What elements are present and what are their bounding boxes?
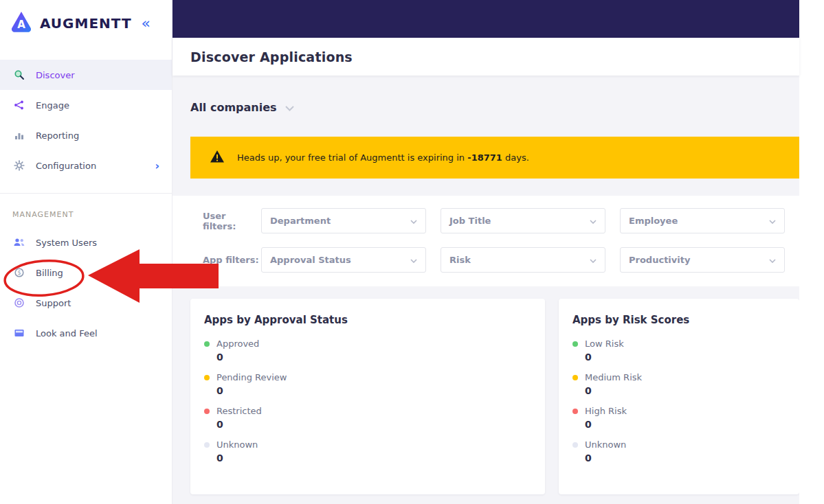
legend-value: 0 — [585, 352, 786, 363]
sidebar-item-label: Reporting — [36, 130, 79, 141]
trial-days-remaining: -18771 — [467, 152, 502, 163]
legend-value: 0 — [216, 352, 531, 363]
sidebar-item-label: Engage — [36, 100, 69, 111]
chevron-down-icon — [769, 216, 776, 226]
chevron-down-icon — [769, 255, 776, 265]
status-dot — [204, 442, 210, 448]
theme-image-icon — [12, 328, 26, 339]
summary-cards-row: Apps by Approval Status Approved 0 Pendi… — [172, 286, 799, 494]
select-placeholder: Risk — [449, 255, 471, 265]
legend-label: Restricted — [216, 406, 262, 416]
legend-item-unknown: Unknown 0 — [204, 439, 531, 463]
primary-nav: Discover Engage — [0, 60, 172, 181]
sidebar-item-label: Support — [36, 298, 71, 308]
app-window: A AUGMENTT « Discover — [0, 0, 824, 504]
chevron-down-icon — [410, 255, 417, 265]
search-icon — [12, 69, 26, 80]
sidebar-item-engage[interactable]: Engage — [0, 90, 172, 120]
svg-text:$: $ — [17, 270, 21, 276]
sidebar-item-discover[interactable]: Discover — [0, 60, 172, 90]
warning-triangle-icon — [210, 150, 225, 166]
productivity-select[interactable]: Productivity — [620, 247, 785, 273]
sidebar-item-system-users[interactable]: System Users — [0, 227, 172, 257]
sidebar-item-label: Billing — [36, 268, 63, 278]
card-title: Apps by Risk Scores — [572, 314, 786, 326]
legend-item-unknown: Unknown 0 — [572, 439, 786, 463]
support-lifebuoy-icon — [12, 297, 26, 308]
employee-select[interactable]: Employee — [620, 208, 785, 233]
sidebar-item-configuration[interactable]: Configuration › — [0, 150, 172, 181]
select-placeholder: Department — [270, 216, 331, 226]
sidebar-item-support[interactable]: Support — [0, 288, 172, 318]
page-title: Discover Applications — [190, 49, 353, 65]
legend-item-pending-review: Pending Review 0 — [204, 372, 531, 396]
legend-label: Medium Risk — [585, 372, 642, 382]
bar-chart-icon — [12, 130, 26, 141]
legend-label: Unknown — [585, 439, 626, 450]
apps-by-risk-scores-card: Apps by Risk Scores Low Risk 0 Medium Ri… — [559, 299, 799, 494]
legend-value: 0 — [216, 385, 531, 396]
app-filters-row: App filters: Approval Status Risk Produc… — [203, 247, 799, 273]
sidebar-item-label: Discover — [36, 70, 75, 80]
users-icon — [12, 237, 26, 248]
job-title-select[interactable]: Job Title — [441, 208, 605, 233]
legend-value: 0 — [585, 385, 786, 396]
legend-label: Low Risk — [585, 339, 624, 349]
management-section-label: MANAGEMENT — [0, 210, 172, 219]
management-section: MANAGEMENT System Users $ — [0, 193, 172, 348]
department-select[interactable]: Department — [261, 208, 426, 233]
top-navbar — [172, 0, 799, 38]
chevron-down-icon — [590, 255, 597, 265]
company-filter-label: All companies — [190, 101, 277, 114]
apps-by-approval-status-card: Apps by Approval Status Approved 0 Pendi… — [190, 299, 545, 494]
chevron-down-icon — [285, 101, 294, 114]
status-dot — [572, 409, 578, 414]
company-filter-dropdown[interactable]: All companies — [172, 76, 799, 117]
user-filters-label: User filters: — [203, 211, 261, 231]
sidebar-item-look-and-feel[interactable]: Look and Feel — [0, 318, 172, 348]
legend-item-restricted: Restricted 0 — [204, 406, 531, 430]
page-content: All companies Heads up, your free trial … — [172, 76, 799, 504]
select-placeholder: Employee — [629, 216, 678, 226]
trial-expiry-banner: Heads up, your free trial of Augmentt is… — [190, 137, 799, 179]
legend-label: Unknown — [216, 439, 258, 450]
legend-item-approved: Approved 0 — [204, 339, 531, 363]
brand-header: A AUGMENTT « — [0, 0, 172, 42]
legend-value: 0 — [585, 453, 786, 463]
filters-panel: User filters: Department Job Title Emplo… — [172, 196, 799, 286]
sidebar-item-label: Look and Feel — [36, 328, 98, 339]
status-dot — [204, 409, 210, 414]
approval-status-select[interactable]: Approval Status — [261, 247, 426, 273]
legend-value: 0 — [216, 419, 531, 430]
status-dot — [204, 341, 210, 347]
legend-value: 0 — [216, 453, 531, 463]
gear-icon — [12, 160, 26, 171]
legend-value: 0 — [585, 419, 786, 430]
billing-icon: $ — [12, 267, 26, 278]
sidebar-item-billing[interactable]: $ Billing — [0, 257, 172, 288]
legend-label: High Risk — [585, 406, 627, 416]
risk-select[interactable]: Risk — [441, 247, 605, 273]
card-title: Apps by Approval Status — [204, 314, 531, 326]
status-dot — [572, 375, 578, 380]
user-filters-row: User filters: Department Job Title Emplo… — [203, 208, 799, 233]
app-filters-label: App filters: — [203, 255, 261, 265]
status-dot — [204, 375, 210, 380]
legend-item-high-risk: High Risk 0 — [572, 406, 786, 430]
sidebar-collapse-icon[interactable]: « — [142, 16, 151, 31]
brand-name: AUGMENTT — [40, 15, 132, 32]
select-placeholder: Approval Status — [270, 255, 351, 265]
chevron-down-icon — [590, 216, 597, 226]
svg-text:A: A — [17, 19, 25, 31]
legend-item-medium-risk: Medium Risk 0 — [572, 372, 786, 396]
select-placeholder: Job Title — [449, 216, 491, 226]
augmentt-logo-icon: A — [10, 10, 33, 36]
share-network-icon — [12, 100, 26, 111]
chevron-down-icon — [410, 216, 417, 226]
status-dot — [572, 442, 578, 448]
trial-banner-message: Heads up, your free trial of Augmentt is… — [237, 152, 529, 163]
chevron-right-icon: › — [155, 159, 159, 172]
sidebar: A AUGMENTT « Discover — [0, 0, 172, 504]
sidebar-item-reporting[interactable]: Reporting — [0, 120, 172, 150]
sidebar-item-label: System Users — [36, 238, 97, 248]
